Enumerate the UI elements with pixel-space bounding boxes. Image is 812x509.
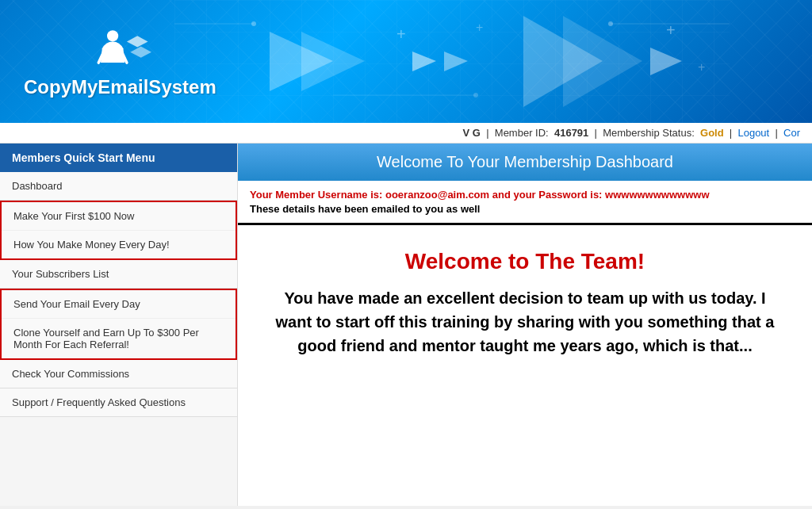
svg-text:+: + [396,25,406,43]
sidebar-item-check-commissions[interactable]: Check Your Commissions [0,360,237,388]
sidebar-item-dashboard[interactable]: Dashboard [0,172,237,201]
sidebar-group-1: Make Your First $100 Now How You Make Mo… [0,201,237,260]
member-id: 416791 [554,127,588,139]
sidebar-item-send-email[interactable]: Send Your Email Every Day [2,290,236,319]
site-header: CopyMyEmailSystem + + + + [0,0,812,123]
sidebar-item-subscribers-list[interactable]: Your Subscribers List [0,260,237,289]
svg-point-18 [251,21,256,26]
dashboard-header: Welcome To Your Membership Dashboard [238,144,812,181]
sidebar-item-make-first-100[interactable]: Make Your First $100 Now [2,202,236,231]
welcome-content: Welcome to The Team! You have made an ex… [238,225,812,506]
sidebar-header: Members Quick Start Menu [0,144,237,172]
header-decoration: + + + + [174,0,812,123]
topbar: V G | Member ID: 416791 | Membership Sta… [0,123,812,144]
membership-status-label: Membership Status: [603,127,695,139]
layout: Members Quick Start Menu Dashboard Make … [0,144,812,506]
logo-text: CopyMyEmailSystem [24,76,216,98]
cor-link[interactable]: Cor [783,127,800,139]
membership-status: Gold [700,127,724,139]
svg-text:+: + [476,21,483,34]
svg-point-19 [473,93,478,98]
credentials-text: Your Member Username is: ooeranzoo@aim.c… [250,189,800,201]
sidebar: Members Quick Start Menu Dashboard Make … [0,144,238,506]
sidebar-item-support-faq[interactable]: Support / Frequently Asked Questions [0,388,237,417]
logo-area: CopyMyEmailSystem [0,25,216,98]
user-initials: V G [463,127,481,139]
sidebar-group-2: Send Your Email Every Day Clone Yourself… [0,289,237,360]
sidebar-item-clone-yourself[interactable]: Clone Yourself and Earn Up To $300 Per M… [2,319,236,358]
svg-point-0 [107,30,118,41]
welcome-body: You have made an excellent decision to t… [270,286,780,358]
logout-link[interactable]: Logout [737,127,769,139]
credentials-note: These details have been emailed to you a… [250,203,800,215]
welcome-title: Welcome to The Team! [270,249,780,274]
sidebar-item-how-make-money[interactable]: How You Make Money Every Day! [2,231,236,258]
svg-text:+: + [698,60,705,74]
main-content: Welcome To Your Membership Dashboard You… [238,144,812,506]
credentials-bar: Your Member Username is: ooeranzoo@aim.c… [238,181,812,225]
member-id-label: Member ID: [495,127,549,139]
svg-point-20 [608,21,613,26]
logo-icon [88,25,151,76]
